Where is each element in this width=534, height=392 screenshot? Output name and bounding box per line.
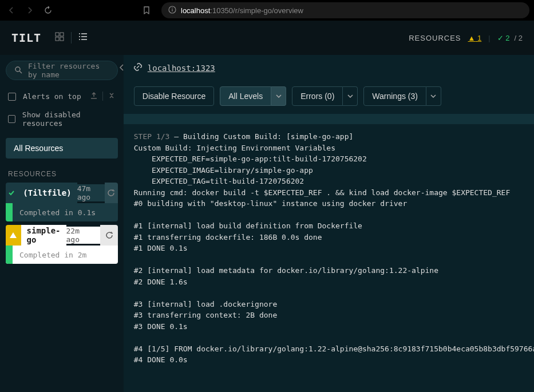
- chevron-down-icon[interactable]: [426, 86, 441, 106]
- reload-button[interactable]: [41, 3, 55, 17]
- svg-rect-5: [56, 37, 59, 41]
- checkbox-icon[interactable]: [8, 115, 15, 123]
- resources-label: RESOURCES: [409, 34, 461, 42]
- svg-point-9: [79, 36, 80, 37]
- resource-detail: Completed in 0.1s: [13, 208, 96, 217]
- endpoint-link[interactable]: localhost:1323: [148, 64, 215, 73]
- errors-button[interactable]: Errors (0): [292, 86, 343, 106]
- collapse-all-icon[interactable]: [108, 92, 116, 101]
- back-button[interactable]: [5, 3, 18, 17]
- resource-detail: Completed in 2m: [13, 251, 86, 259]
- content-panel: localhost:1323 Disable Resource All Leve…: [124, 55, 534, 392]
- svg-rect-6: [60, 37, 64, 41]
- warnings-button[interactable]: Warnings (3): [363, 86, 426, 106]
- logo[interactable]: TILT: [11, 31, 41, 45]
- all-resources-button[interactable]: All Resources: [6, 138, 118, 159]
- resource-name: simple-go: [21, 225, 66, 246]
- chevron-down-icon[interactable]: [271, 86, 286, 106]
- log-output[interactable]: STEP 1/3 — Building Custom Build: [simpl…: [124, 124, 534, 392]
- checkbox-icon[interactable]: [8, 93, 16, 101]
- resource-item-simple-go[interactable]: simple-go 22m ago Completed in 2m: [6, 225, 118, 264]
- status-bar: [6, 246, 13, 264]
- status-bar: [6, 203, 13, 221]
- bookmark-icon[interactable]: [140, 3, 153, 17]
- svg-rect-3: [56, 33, 59, 36]
- errors-filter[interactable]: Errors (0): [292, 86, 358, 106]
- divider: [102, 92, 103, 101]
- browser-bar: localhost:10350/r/simple-go/overview: [0, 0, 534, 21]
- resource-name: (Tiltfile): [17, 183, 77, 203]
- toolbar: Disable Resource All Levels Errors (0) W…: [124, 81, 534, 114]
- svg-point-2: [172, 7, 173, 9]
- svg-point-11: [79, 39, 80, 40]
- resources-section-header: RESOURCES: [6, 164, 118, 183]
- filter-placeholder: Filter resources by name: [28, 62, 109, 79]
- list-view-icon[interactable]: [78, 32, 88, 43]
- refresh-icon[interactable]: [105, 183, 118, 203]
- resource-item-tiltfile[interactable]: (Tiltfile) 47m ago Completed in 0.1s: [6, 183, 118, 221]
- check-icon: [6, 183, 17, 203]
- expand-all-icon[interactable]: [90, 92, 98, 101]
- resource-time: 47m ago: [77, 184, 105, 201]
- resource-time: 22m ago: [66, 227, 101, 244]
- log-separator: [124, 114, 534, 124]
- svg-point-7: [79, 33, 80, 34]
- site-info-icon: [168, 6, 176, 15]
- collapse-sidebar-icon[interactable]: [119, 63, 125, 73]
- alerts-on-top-option[interactable]: Alerts on top: [6, 87, 118, 106]
- svg-point-13: [15, 67, 20, 72]
- grid-view-icon[interactable]: [55, 32, 64, 43]
- warning-badge[interactable]: ▲ 1: [468, 34, 482, 42]
- svg-rect-4: [60, 33, 64, 36]
- divider: |: [488, 34, 490, 42]
- warnings-filter[interactable]: Warnings (3): [363, 86, 441, 106]
- sidebar: Filter resources by name Alerts on top S…: [0, 55, 124, 392]
- app-header: TILT RESOURCES ▲ 1 | ✓ 2 / 2: [0, 21, 534, 55]
- disable-resource-button[interactable]: Disable Resource: [134, 86, 215, 106]
- levels-filter[interactable]: All Levels: [220, 86, 286, 106]
- divider: [71, 32, 72, 43]
- ok-badge[interactable]: ✓ 2: [497, 34, 510, 42]
- link-icon: [134, 63, 142, 73]
- url-bar[interactable]: localhost:10350/r/simple-go/overview: [161, 2, 529, 18]
- chevron-down-icon[interactable]: [343, 86, 358, 106]
- show-disabled-option[interactable]: Show disabled resources: [6, 106, 118, 132]
- levels-button[interactable]: All Levels: [220, 86, 271, 106]
- url-path: :10350/r/simple-go/overview: [210, 6, 303, 15]
- warning-icon: [6, 225, 21, 246]
- ok-total: / 2: [515, 34, 523, 42]
- refresh-icon[interactable]: [100, 225, 117, 246]
- url-host: localhost: [181, 6, 210, 15]
- search-icon: [14, 66, 22, 76]
- svg-line-14: [19, 71, 22, 73]
- forward-button[interactable]: [23, 3, 37, 17]
- filter-input[interactable]: Filter resources by name: [6, 61, 118, 80]
